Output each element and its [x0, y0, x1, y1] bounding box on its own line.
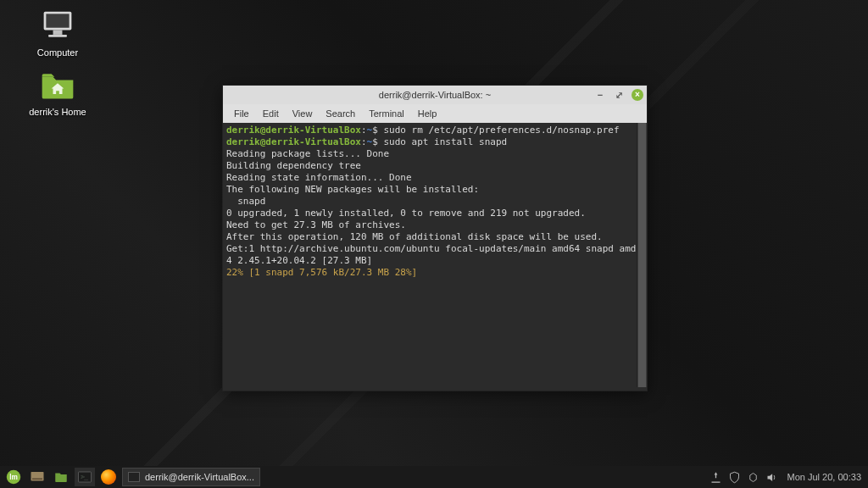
- folder-home-icon: [37, 66, 78, 103]
- desktop-icon-label: derrik's Home: [24, 107, 92, 117]
- terminal-window: derrik@derrik-VirtualBox: ~ − ⤢ × File E…: [222, 85, 648, 391]
- svg-rect-3: [48, 35, 67, 37]
- terminal-line: 22% [1 snapd 7,576 kB/27.3 MB 28%]: [226, 267, 643, 279]
- menu-search[interactable]: Search: [320, 107, 361, 120]
- terminal-launcher[interactable]: >_: [75, 468, 95, 486]
- terminal-line: derrik@derrik-VirtualBox:~$ sudo apt ins…: [226, 136, 643, 148]
- taskbar-task-terminal[interactable]: derrik@derrik-VirtualBox...: [122, 468, 260, 486]
- firefox-launcher[interactable]: [98, 468, 119, 486]
- volume-icon[interactable]: [765, 470, 779, 484]
- window-close-button[interactable]: ×: [632, 89, 643, 101]
- terminal-line: derrik@derrik-VirtualBox:~$ sudo rm /etc…: [226, 125, 643, 136]
- terminal-line: snapd: [226, 196, 643, 208]
- menu-edit[interactable]: Edit: [257, 107, 285, 120]
- window-maximize-button[interactable]: ⤢: [613, 89, 625, 101]
- terminal-line: Reading package lists... Done: [226, 148, 643, 160]
- terminal-line: The following NEW packages will be insta…: [226, 184, 643, 196]
- taskbar-clock[interactable]: Mon Jul 20, 00:33: [787, 472, 861, 482]
- terminal-line: 0 upgraded, 1 newly installed, 0 to remo…: [226, 208, 643, 219]
- terminal-line: Need to get 27.3 MB of archives.: [226, 219, 643, 231]
- svg-text:>_: >_: [81, 474, 89, 480]
- terminal-line: Get:1 http://archive.ubuntu.com/ubuntu f…: [226, 243, 643, 267]
- terminal-line: Reading state information... Done: [226, 172, 643, 184]
- desktop-icon-computer[interactable]: Computer: [24, 7, 92, 58]
- computer-icon: [37, 7, 78, 44]
- menu-terminal[interactable]: Terminal: [363, 107, 410, 120]
- terminal-body[interactable]: derrik@derrik-VirtualBox:~$ sudo rm /etc…: [223, 123, 647, 391]
- update-manager-icon[interactable]: [709, 470, 723, 484]
- network-icon[interactable]: [747, 470, 760, 484]
- window-title: derrik@derrik-VirtualBox: ~: [379, 90, 491, 100]
- menu-file[interactable]: File: [228, 107, 255, 120]
- window-menubar: File Edit View Search Terminal Help: [223, 104, 647, 123]
- terminal-icon: [128, 472, 140, 482]
- desktop-icon-label: Computer: [24, 47, 92, 58]
- firefox-icon: [101, 469, 116, 485]
- file-manager-launcher[interactable]: [51, 468, 71, 486]
- terminal-line: After this operation, 120 MB of addition…: [226, 231, 643, 243]
- taskbar: lm >_ derrik@derrik-VirtualBox... Mon Ju…: [0, 466, 868, 488]
- svg-text:lm: lm: [9, 474, 18, 481]
- scrollbar-thumb[interactable]: [638, 123, 646, 387]
- start-menu-button[interactable]: lm: [3, 468, 24, 486]
- terminal-scrollbar[interactable]: [637, 123, 647, 387]
- svg-rect-7: [32, 479, 42, 480]
- shield-icon[interactable]: [728, 470, 742, 484]
- task-label: derrik@derrik-VirtualBox...: [145, 472, 254, 482]
- desktop-icon-home[interactable]: derrik's Home: [24, 66, 92, 117]
- window-minimize-button[interactable]: −: [594, 89, 606, 101]
- menu-help[interactable]: Help: [412, 107, 443, 120]
- system-tray: Mon Jul 20, 00:33: [709, 470, 865, 484]
- window-titlebar[interactable]: derrik@derrik-VirtualBox: ~ − ⤢ ×: [223, 86, 647, 104]
- svg-rect-2: [53, 30, 63, 34]
- svg-rect-1: [46, 14, 69, 27]
- terminal-line: Building dependency tree: [226, 160, 643, 172]
- menu-view[interactable]: View: [287, 107, 319, 120]
- show-desktop-button[interactable]: [27, 468, 47, 486]
